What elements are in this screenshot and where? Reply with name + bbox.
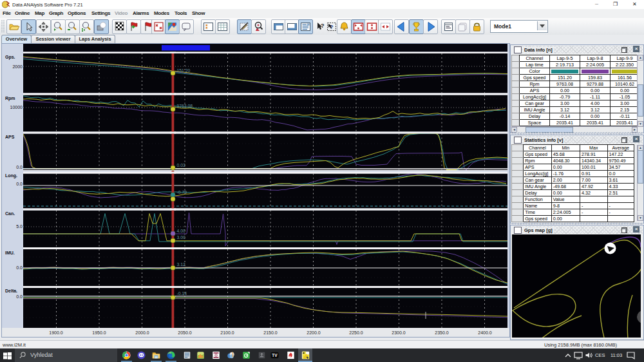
svg-text:4.00: 4.00 bbox=[177, 229, 185, 233]
svg-text:3.00: 3.00 bbox=[177, 235, 185, 240]
svg-text:?: ? bbox=[321, 23, 325, 29]
svg-text:-0.79: -0.79 bbox=[177, 190, 187, 195]
svg-text:3.12: 3.12 bbox=[177, 262, 185, 267]
svg-text:-0.14: -0.14 bbox=[177, 291, 187, 296]
svg-text:0.03: 0.03 bbox=[177, 163, 185, 167]
svg-text:151.20: 151.20 bbox=[177, 68, 191, 73]
svg-text:TV: TV bbox=[272, 353, 278, 357]
svg-text:9763.08: 9763.08 bbox=[177, 104, 193, 108]
